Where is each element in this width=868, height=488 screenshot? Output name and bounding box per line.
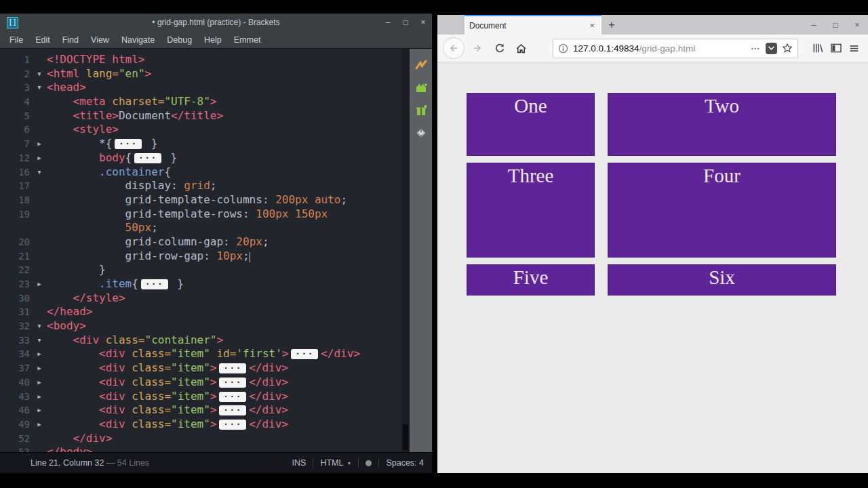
library-icon[interactable] [812,42,824,54]
fold-expanded-icon[interactable]: ▼ [32,81,47,95]
collapsed-code-pill[interactable]: ··· [219,378,246,388]
code-line[interactable]: 3▼<head> [0,81,401,95]
code-token: 200px [275,193,308,206]
collapsed-code-pill[interactable]: ··· [134,153,161,163]
menu-find[interactable]: Find [56,35,85,45]
tab-document[interactable]: Document × [465,15,601,35]
indent-setting[interactable]: Spaces: 4 [386,458,424,468]
beautify-diamond-icon[interactable] [415,127,427,139]
code-line[interactable]: 20 grid-column-gap: 20px; [0,235,401,249]
code-token: <div [73,333,106,346]
code-token: grid-column-gap: [47,235,236,248]
collapsed-code-pill[interactable]: ··· [219,392,246,402]
collapsed-code-pill[interactable]: ··· [219,405,246,415]
scrollbar-thumb[interactable] [403,424,408,450]
code-line[interactable]: 49▶ <div class="item">···</div> [0,418,401,432]
menu-edit[interactable]: Edit [29,35,56,45]
hamburger-menu-icon[interactable] [848,43,860,54]
collapsed-code-pill[interactable]: ··· [291,349,318,359]
code-line[interactable]: 21 grid-row-gap: 10px; [0,249,401,264]
collapsed-code-pill[interactable]: ··· [141,279,168,289]
code-line[interactable]: 17 display: grid; [0,179,401,193]
fold-expanded-icon[interactable]: ▼ [32,319,47,333]
menu-file[interactable]: File [3,35,29,45]
code-line[interactable]: 40▶ <div class="item">···</div> [0,375,401,390]
collapsed-code-pill[interactable]: ··· [219,420,246,430]
reload-button[interactable] [490,39,508,57]
pocket-icon[interactable] [766,43,777,54]
collapsed-code-pill[interactable]: ··· [115,139,142,149]
code-line[interactable]: 30 </style> [0,291,401,306]
maximize-button[interactable]: □ [397,18,414,27]
menu-help[interactable]: Help [198,35,228,45]
code-line[interactable]: 5 <title>Document</title> [0,109,401,123]
code-token: </div> [249,390,288,403]
tab-close-icon[interactable]: × [587,20,597,30]
site-info-icon[interactable] [558,43,568,54]
code-line[interactable]: 53</body> [0,445,401,452]
code-line[interactable]: 19 grid-template-rows: 100px 150px [0,207,401,222]
fold-collapsed-icon[interactable]: ▶ [32,390,47,404]
url-bar[interactable]: 127.0.0.1:49834/grid-gap.html ⋯ [553,39,798,58]
fold-collapsed-icon[interactable]: ▶ [32,418,47,432]
home-button[interactable] [512,39,530,57]
menu-view[interactable]: View [85,35,115,45]
code-line[interactable]: 33▼ <div class="container"> [0,333,401,348]
fold-collapsed-icon[interactable]: ▶ [32,151,47,165]
maximize-button[interactable]: □ [825,20,846,30]
minimize-button[interactable]: – [803,20,825,30]
code-line[interactable]: 34▶ <div class="item" id='first'>···</di… [0,347,401,361]
menu-navigate[interactable]: Navigate [115,35,161,45]
menu-emmet[interactable]: Emmet [228,35,267,45]
code-line[interactable]: 4 <meta charset="UTF-8"> [0,95,401,109]
close-button[interactable]: × [846,20,868,30]
code-line[interactable]: 12▶ body{··· } [0,151,401,165]
code-line[interactable]: 32▼<body> [0,319,401,333]
code-line[interactable]: 46▶ <div class="item">···</div> [0,403,401,418]
code-line[interactable]: 50px; [0,221,401,235]
page-actions-icon[interactable]: ⋯ [751,43,761,54]
fold-collapsed-icon[interactable]: ▶ [32,137,47,151]
menu-debug[interactable]: Debug [161,35,198,45]
url-text[interactable]: 127.0.0.1:49834/grid-gap.html [573,43,746,54]
extension-manager-icon[interactable] [415,82,427,94]
bookmark-star-icon[interactable] [782,43,793,54]
close-button[interactable]: × [414,18,432,27]
fold-expanded-icon[interactable]: ▼ [32,165,47,180]
code-line[interactable]: 31</head> [0,305,401,319]
fold-collapsed-icon[interactable]: ▶ [32,347,47,361]
fold-expanded-icon[interactable]: ▼ [32,333,47,348]
code-line[interactable]: 1<!DOCTYPE html> [0,53,401,67]
code-line[interactable]: 22 } [0,263,401,277]
gift-extension-icon[interactable] [415,104,427,117]
insert-mode-indicator[interactable]: INS [292,458,307,468]
editor-scrollbar[interactable] [401,49,410,452]
collapsed-code-pill[interactable]: ··· [219,363,246,373]
fold-collapsed-icon[interactable]: ▶ [32,403,47,418]
lint-status-icon[interactable] [366,460,372,466]
live-preview-icon[interactable] [415,60,427,72]
code-line[interactable]: 7▶ *{··· } [0,137,401,151]
fold-expanded-icon[interactable]: ▼ [32,67,47,81]
forward-button[interactable] [469,39,486,57]
sidebar-icon[interactable] [830,42,842,54]
code-line[interactable]: 2▼<html lang="en"> [0,67,401,81]
code-line[interactable]: 37▶ <div class="item">···</div> [0,361,401,375]
code-line[interactable]: 6 <style> [0,123,401,137]
code-line[interactable]: 52 </div> [0,432,401,446]
fold-collapsed-icon[interactable]: ▶ [32,277,47,291]
fold-collapsed-icon[interactable]: ▶ [32,361,47,375]
code-pane[interactable]: 1<!DOCTYPE html>2▼<html lang="en">3▼<hea… [0,49,401,452]
code-line[interactable]: 18 grid-template-columns: 200px auto; [0,193,401,207]
code-token: ; [151,221,158,234]
code-token: > [210,390,217,403]
code-line[interactable]: 23▶ .item{··· } [0,277,401,291]
code-line[interactable]: 43▶ <div class="item">···</div> [0,390,401,404]
code-line[interactable]: 16▼ .container{ [0,165,401,180]
language-selector[interactable]: HTML [320,458,351,468]
new-tab-button[interactable]: + [601,15,622,35]
back-button[interactable] [443,37,465,59]
minimize-button[interactable]: – [379,18,397,27]
fold-collapsed-icon[interactable]: ▶ [32,375,47,390]
firefox-window-controls: –□× [803,15,868,35]
